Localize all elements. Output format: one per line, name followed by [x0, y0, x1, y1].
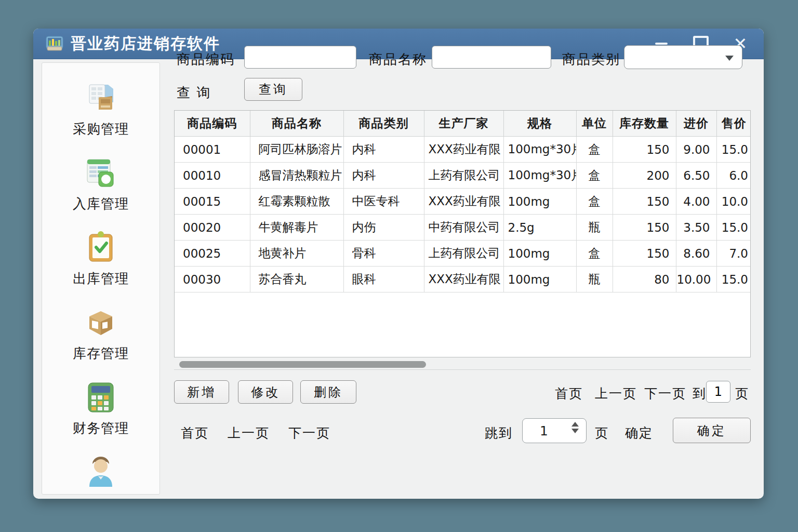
cell-code: 00015 [175, 189, 250, 215]
table-row[interactable]: 00020 牛黄解毒片 内伤 中药有限公司 2.5g 瓶 150 3.50 15… [175, 215, 751, 241]
table-row[interactable]: 00025 地黄补片 骨科 上药有限公司 100mg 盒 150 8.60 7.… [175, 241, 751, 267]
cell-unit: 盒 [576, 189, 613, 215]
cell-unit: 盒 [576, 137, 613, 163]
sidebar-item-inventory[interactable]: 库存管理 [73, 305, 129, 363]
table-row[interactable]: 00001 阿司匹林肠溶片 内科 XXX药业有限 100mg*30片 盒 150… [175, 137, 751, 163]
cell-buy-price: 3.50 [676, 215, 716, 241]
pager-next-link[interactable]: 下一页 [644, 385, 686, 402]
col-header-buy-price[interactable]: 进价 [676, 111, 716, 137]
table-row[interactable]: 00015 红霉素颗粒散 中医专科 XXX药业有限 100mg 盒 150 4.… [175, 189, 751, 215]
cell-sell-price: 7.0 [716, 241, 751, 267]
cell-code: 00020 [175, 215, 250, 241]
product-name-input[interactable] [432, 46, 551, 69]
cell-name: 牛黄解毒片 [250, 215, 343, 241]
cell-buy-price: 10.00 [676, 267, 716, 292]
scrollbar-thumb[interactable] [179, 361, 426, 368]
cell-unit: 瓶 [576, 267, 613, 292]
cell-category: 中医专科 [343, 189, 424, 215]
bottom-first-link[interactable]: 首页 [181, 424, 209, 442]
cell-manufacturer: XXX药业有限 [424, 137, 503, 163]
query-label: 查 询 [177, 84, 211, 102]
cell-stock: 200 [613, 163, 676, 189]
sidebar-item-label: 基本信息 [73, 494, 129, 495]
cell-buy-price: 4.00 [676, 189, 716, 215]
col-header-name[interactable]: 商品名称 [250, 111, 343, 137]
sidebar-item-label: 财务管理 [73, 419, 129, 437]
sidebar-item-inbound[interactable]: 入库管理 [73, 155, 129, 213]
cell-unit: 盒 [576, 163, 613, 189]
cell-category: 眼科 [343, 267, 424, 292]
cell-sell-price: 15.0 [716, 267, 751, 292]
sidebar-item-label: 出库管理 [73, 270, 129, 288]
product-name-label: 商品名称 [369, 50, 427, 69]
cell-name: 感冒清热颗粒片 [250, 163, 343, 189]
spinner-down-icon[interactable] [571, 429, 579, 433]
pager-first-link[interactable]: 首页 [555, 385, 583, 402]
delete-button[interactable]: 删除 [300, 380, 356, 404]
cell-manufacturer: 中药有限公司 [424, 215, 503, 241]
cell-unit: 盒 [576, 241, 613, 267]
app-window: 晋业药店进销存软件 ✕ 采购管理 [33, 29, 764, 499]
cell-manufacturer: 上药有限公司 [424, 163, 503, 189]
purchase-icon [83, 81, 118, 116]
bottom-next-link[interactable]: 下一页 [288, 424, 330, 442]
pager-goto-label: 到 [693, 385, 707, 402]
cell-sell-price: 6.0 [716, 163, 751, 189]
add-button[interactable]: 新增 [174, 380, 229, 404]
cell-manufacturer: XXX药业有限 [424, 267, 503, 292]
pager-page-input[interactable] [706, 381, 730, 403]
sidebar-item-label: 采购管理 [73, 120, 129, 138]
cell-buy-price: 8.60 [676, 241, 716, 267]
chevron-down-icon [725, 56, 734, 61]
cell-manufacturer: XXX药业有限 [424, 189, 503, 215]
cell-stock: 150 [613, 241, 676, 267]
main-panel: 商品编码 商品名称 商品类别 查 询 查询 商品编码 商品名称 [164, 29, 764, 469]
table-header-row: 商品编码 商品名称 商品类别 生产厂家 规格 单位 库存数量 进价 售价 [175, 111, 751, 137]
confirm-button[interactable]: 确定 [673, 418, 751, 443]
cell-name: 苏合香丸 [250, 267, 343, 292]
basic-info-icon [83, 455, 118, 490]
pager-page-suffix: 页 [735, 385, 749, 402]
col-header-spec[interactable]: 规格 [503, 111, 576, 137]
sidebar-item-purchase[interactable]: 采购管理 [73, 81, 129, 138]
cell-code: 00030 [175, 267, 250, 292]
query-button[interactable]: 查询 [244, 78, 302, 101]
jump-page-suffix: 页 [595, 424, 609, 442]
cell-buy-price: 6.50 [676, 163, 716, 189]
cell-category: 内科 [343, 137, 424, 163]
product-code-input[interactable] [244, 46, 356, 69]
table-horizontal-scrollbar[interactable] [174, 360, 751, 370]
finance-icon [83, 380, 118, 415]
sidebar-item-outbound[interactable]: 出库管理 [73, 230, 129, 288]
cell-spec: 100mg [503, 267, 576, 292]
col-header-stock[interactable]: 库存数量 [613, 111, 676, 137]
product-category-select[interactable] [624, 45, 742, 69]
col-header-unit[interactable]: 单位 [576, 111, 613, 137]
cell-category: 内科 [343, 163, 424, 189]
jump-page-spinner[interactable]: 1 [522, 418, 587, 443]
sidebar-item-finance[interactable]: 财务管理 [73, 380, 129, 437]
cell-category: 内伤 [343, 215, 424, 241]
pager-prev-link[interactable]: 上一页 [595, 385, 637, 402]
col-header-code[interactable]: 商品编码 [175, 111, 250, 137]
confirm-label: 确定 [625, 424, 653, 442]
cell-category: 骨科 [343, 241, 424, 267]
sidebar-item-label: 入库管理 [73, 195, 129, 213]
col-header-sell-price[interactable]: 售价 [716, 111, 751, 137]
cell-code: 00001 [175, 137, 250, 163]
cell-name: 阿司匹林肠溶片 [250, 137, 343, 163]
product-code-label: 商品编码 [177, 50, 235, 69]
table-row[interactable]: 00010 感冒清热颗粒片 内科 上药有限公司 100mg*30片 盒 200 … [175, 163, 751, 189]
inventory-icon [83, 305, 118, 340]
col-header-manufacturer[interactable]: 生产厂家 [424, 111, 503, 137]
col-header-category[interactable]: 商品类别 [343, 111, 424, 137]
bottom-prev-link[interactable]: 上一页 [228, 424, 270, 442]
sidebar-item-basic-info[interactable]: 基本信息 [73, 455, 129, 495]
spinner-up-icon[interactable] [571, 422, 579, 427]
jump-page-value: 1 [523, 419, 565, 443]
cell-manufacturer: 上药有限公司 [424, 241, 503, 267]
desktop: { "window": { "title": "晋业药店进销存软件", "app… [0, 0, 798, 532]
edit-button[interactable]: 修改 [238, 380, 293, 404]
cell-code: 00025 [175, 241, 250, 267]
table-row[interactable]: 00030 苏合香丸 眼科 XXX药业有限 100mg 瓶 80 10.00 1… [175, 267, 751, 292]
